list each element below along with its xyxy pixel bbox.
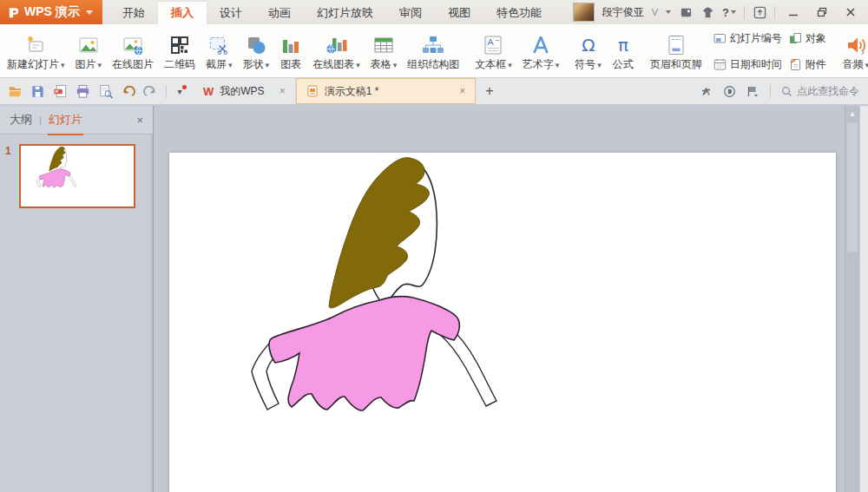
user-name[interactable]: 段宇俊亚 bbox=[602, 5, 644, 20]
svg-text:π: π bbox=[618, 35, 628, 56]
title-bar: WPS 演示 开始 插入 设计 动画 幻灯片放映 审阅 视图 特色功能 段宇俊亚… bbox=[0, 0, 868, 24]
symbol-omega-icon: Ω bbox=[577, 34, 600, 56]
screenshot-button[interactable]: 截屏 bbox=[201, 27, 238, 75]
logo-dropdown-caret-icon[interactable] bbox=[86, 10, 93, 15]
menu-tab-design[interactable]: 设计 bbox=[207, 2, 255, 24]
presentation-doc-icon bbox=[306, 85, 319, 97]
text-box-button[interactable]: 文本框 bbox=[470, 27, 517, 75]
open-folder-icon[interactable] bbox=[8, 84, 23, 99]
online-picture-button[interactable]: 在线图片 bbox=[107, 27, 159, 75]
redo-icon[interactable] bbox=[143, 84, 158, 99]
toolbar-separator bbox=[770, 84, 771, 98]
menu-tab-special-features[interactable]: 特色功能 bbox=[483, 2, 555, 24]
formula-pi-icon: π bbox=[612, 34, 635, 56]
quick-access-toolbar bbox=[0, 78, 194, 104]
table-label: 表格 bbox=[371, 59, 391, 69]
tab-presentation1[interactable]: 演示文稿1 * bbox=[296, 78, 477, 104]
menu-tab-review[interactable]: 审阅 bbox=[386, 2, 435, 24]
dropdown-caret-icon bbox=[597, 59, 602, 69]
minimize-button[interactable] bbox=[783, 3, 804, 21]
help-question-mark: ? bbox=[722, 6, 729, 19]
menu-tab-view[interactable]: 视图 bbox=[435, 2, 483, 24]
hide-ribbon-icon[interactable] bbox=[753, 5, 766, 19]
qrcode-label: 二维码 bbox=[164, 59, 195, 69]
slide-number-button[interactable]: 幻灯片编号 bbox=[711, 27, 785, 49]
ribbon-expand-chevron[interactable] bbox=[858, 39, 867, 62]
girl-back-view-drawing[interactable] bbox=[169, 153, 836, 492]
symbol-button[interactable]: Ω 符号 bbox=[569, 27, 607, 75]
tab-outline[interactable]: 大纲 bbox=[10, 112, 32, 128]
org-chart-label: 组织结构图 bbox=[407, 59, 459, 69]
user-avatar[interactable] bbox=[573, 3, 595, 22]
slide-1-thumbnail[interactable] bbox=[19, 144, 135, 208]
chart-button[interactable]: 图表 bbox=[274, 27, 307, 75]
help-dropdown-caret-icon bbox=[731, 10, 736, 14]
shapes-button[interactable]: 形状 bbox=[238, 27, 275, 75]
dropdown-caret-icon bbox=[61, 59, 65, 69]
date-time-icon bbox=[713, 58, 727, 71]
dropdown-caret-icon bbox=[508, 59, 512, 69]
print-preview-icon[interactable] bbox=[98, 84, 113, 99]
scroll-up-arrow-icon[interactable] bbox=[845, 106, 859, 121]
restore-button[interactable] bbox=[812, 3, 832, 21]
tab-slides[interactable]: 幻灯片 bbox=[49, 112, 82, 128]
close-tab-icon[interactable] bbox=[279, 85, 286, 97]
tab-my-wps[interactable]: W 我的WPS bbox=[194, 78, 296, 104]
dropdown-caret-icon bbox=[393, 59, 398, 69]
org-chart-button[interactable]: 组织结构图 bbox=[402, 27, 464, 75]
header-footer-icon bbox=[665, 34, 687, 56]
panel-tab-divider: | bbox=[39, 115, 42, 125]
slides-panel: 大纲 | 幻灯片 1 bbox=[0, 106, 154, 492]
scrollbar-thumb[interactable] bbox=[847, 122, 858, 253]
command-search-label: 点此查找命令 bbox=[797, 84, 859, 99]
new-slide-button[interactable]: 新建幻灯片 bbox=[2, 27, 70, 75]
close-panel-icon[interactable] bbox=[136, 114, 143, 127]
dropdown-caret-icon bbox=[98, 59, 102, 69]
menu-tab-insert[interactable]: 插入 bbox=[158, 2, 207, 24]
message-icon[interactable] bbox=[679, 5, 693, 19]
user-dropdown-caret-icon[interactable] bbox=[666, 10, 671, 14]
document-tab-row: W 我的WPS 演示文稿1 * 点此查找命令 bbox=[0, 78, 868, 105]
attachment-icon bbox=[789, 58, 802, 71]
attachment-button[interactable]: 附件 bbox=[786, 53, 829, 75]
print-icon[interactable] bbox=[76, 84, 90, 99]
chart-label: 图表 bbox=[280, 59, 301, 69]
online-picture-label: 在线图片 bbox=[112, 59, 154, 69]
menu-tab-animation[interactable]: 动画 bbox=[255, 2, 304, 24]
export-pdf-icon[interactable] bbox=[53, 84, 68, 99]
close-button[interactable] bbox=[840, 3, 861, 21]
new-tab-button[interactable] bbox=[476, 78, 503, 104]
menu-tab-slideshow[interactable]: 幻灯片放映 bbox=[304, 2, 386, 24]
docer-icon[interactable] bbox=[723, 85, 736, 98]
help-button[interactable]: ? bbox=[722, 6, 736, 19]
menu-tab-home[interactable]: 开始 bbox=[109, 2, 158, 24]
qrcode-icon bbox=[168, 34, 191, 56]
undo-icon[interactable] bbox=[121, 84, 135, 99]
assistant-icon[interactable] bbox=[700, 85, 713, 98]
date-time-button[interactable]: 日期和时间 bbox=[711, 53, 785, 75]
flag-dropdown-icon[interactable] bbox=[746, 85, 760, 98]
table-button[interactable]: 表格 bbox=[365, 27, 403, 75]
picture-label: 图片 bbox=[76, 59, 96, 69]
object-button[interactable]: 对象 bbox=[786, 27, 829, 49]
titlebar-separator bbox=[774, 6, 775, 19]
wordart-button[interactable]: 艺术字 bbox=[517, 27, 565, 75]
skin-shirt-icon[interactable] bbox=[700, 5, 714, 19]
command-search[interactable]: 点此查找命令 bbox=[781, 84, 859, 99]
online-chart-button[interactable]: 在线图表 bbox=[307, 27, 365, 75]
picture-button[interactable]: 图片 bbox=[70, 27, 108, 75]
qrcode-button[interactable]: 二维码 bbox=[159, 27, 201, 75]
formula-button[interactable]: π 公式 bbox=[607, 27, 640, 75]
close-tab-icon[interactable] bbox=[459, 85, 465, 97]
save-icon[interactable] bbox=[30, 84, 45, 99]
slide-1-thumbnail-drawing bbox=[21, 146, 134, 207]
customize-toolbar-caret-icon[interactable] bbox=[174, 86, 185, 96]
header-footer-button[interactable]: 页眉和页脚 bbox=[645, 27, 707, 75]
vertical-scrollbar[interactable] bbox=[845, 106, 859, 492]
dropdown-caret-icon bbox=[266, 59, 270, 69]
picture-icon bbox=[77, 34, 100, 56]
slide-canvas[interactable] bbox=[169, 153, 836, 492]
app-logo[interactable]: WPS 演示 bbox=[0, 0, 102, 24]
header-footer-label: 页眉和页脚 bbox=[650, 59, 702, 69]
tab-my-wps-label: 我的WPS bbox=[220, 84, 264, 99]
